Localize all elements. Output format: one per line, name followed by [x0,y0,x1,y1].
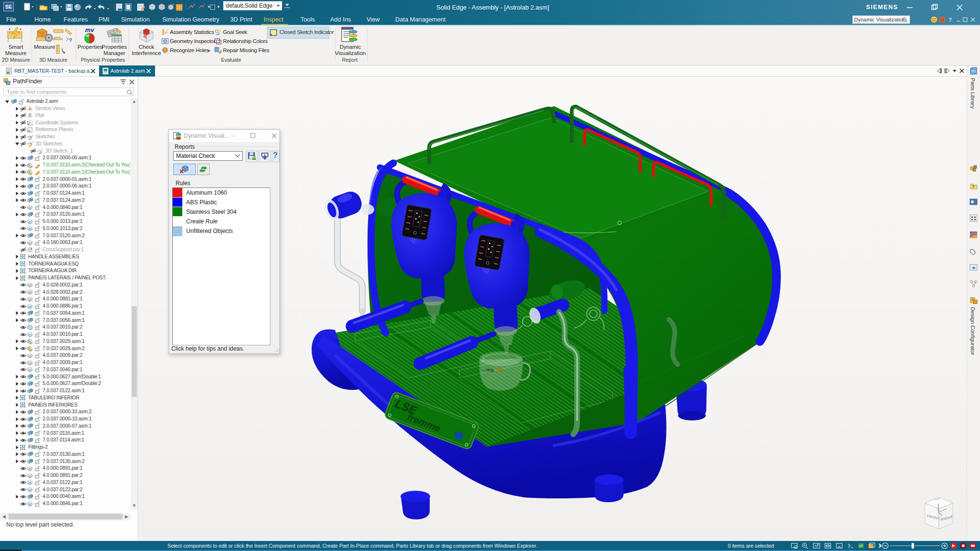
svg-text:?: ? [69,37,72,43]
svg-text:mv: mv [85,27,95,33]
svg-text:SE: SE [5,4,12,10]
svg-text:?: ? [948,17,952,23]
svg-text:?: ? [972,184,975,189]
svg-text:default,Solid Edge: default,Solid Edge [226,2,273,9]
